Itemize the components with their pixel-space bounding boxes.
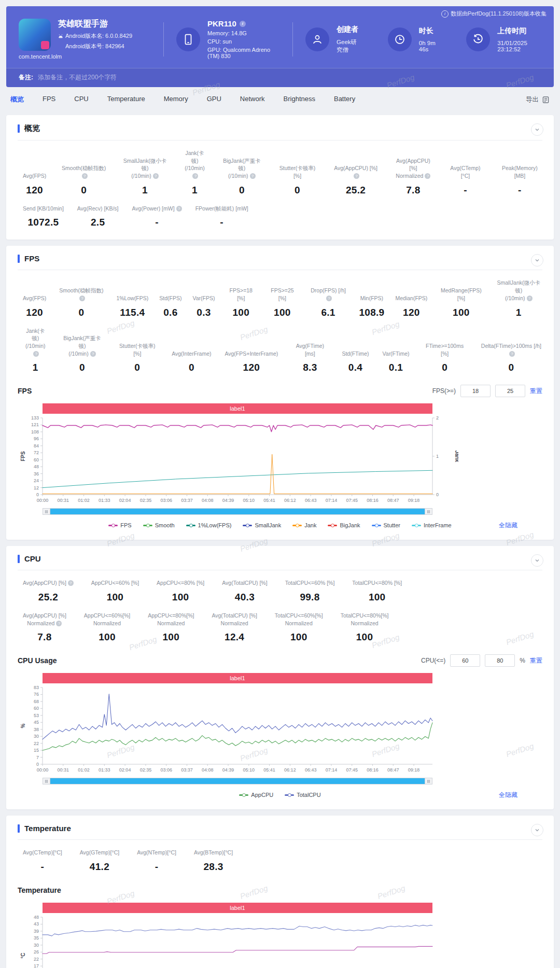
metric: TotalCPU<=60% [%]99.8	[285, 579, 335, 603]
metric-label: Avg(FPS)	[23, 294, 46, 302]
help-icon[interactable]: ?	[56, 621, 62, 626]
scrollbar-handle-left[interactable]	[43, 509, 50, 514]
svg-text:01:02: 01:02	[78, 498, 90, 503]
hide-all-link[interactable]: 全隐藏	[499, 521, 517, 530]
help-icon[interactable]: ?	[82, 173, 88, 179]
legend-item-1%Low(FPS)[interactable]: 1%Low(FPS)	[186, 522, 232, 528]
metric-label: Jank(卡顿) (/10min)?	[182, 149, 207, 180]
tab-CPU[interactable]: CPU	[74, 95, 88, 104]
fps-chart-scrollbar[interactable]	[43, 508, 432, 515]
hide-all-link[interactable]: 全隐藏	[499, 791, 517, 799]
metric: Peak(Memory) [MB]-	[497, 164, 542, 195]
legend-label: Stutter	[384, 522, 400, 528]
collect-note: i 数据由PerfDog(11.1.250108)版本收集	[441, 10, 547, 18]
metric: MedRange(FPS)[%]100	[438, 287, 484, 318]
help-icon[interactable]: ?	[509, 351, 515, 357]
reset-button[interactable]: 重置	[530, 387, 542, 396]
help-icon[interactable]: ?	[326, 296, 332, 301]
svg-text:06:12: 06:12	[284, 767, 296, 773]
metric-label: Avg(NTemp)[°C]	[137, 849, 176, 857]
svg-text:08:16: 08:16	[367, 498, 379, 503]
tab-Brightness[interactable]: Brightness	[284, 95, 315, 104]
metric-value: 108.9	[359, 307, 384, 318]
help-icon[interactable]: ?	[527, 296, 533, 301]
legend-item-Jank[interactable]: Jank	[292, 522, 316, 528]
metric: Min(FPS)108.9	[359, 294, 384, 318]
legend-item-Stutter[interactable]: Stutter	[372, 522, 400, 528]
svg-text:22: 22	[34, 741, 39, 746]
scrollbar-handle-left[interactable]	[43, 778, 50, 784]
tab-FPS[interactable]: FPS	[43, 95, 55, 104]
svg-text:02:04: 02:04	[119, 498, 131, 503]
metric-label: Avg(TotalCPU) [%]	[222, 579, 267, 587]
svg-text:60: 60	[34, 706, 39, 711]
tab-Memory[interactable]: Memory	[164, 95, 188, 104]
tab-概览[interactable]: 概览	[10, 95, 24, 104]
legend-item-SmallJank[interactable]: SmallJank	[243, 522, 281, 528]
svg-text:1: 1	[436, 454, 439, 459]
legend-item-TotalCPU[interactable]: TotalCPU	[285, 792, 320, 798]
collapse-button[interactable]	[531, 554, 543, 567]
overview-metrics-row-1: Avg(FPS)120Smooth(稳帧指数)?0SmallJank(微小卡顿)…	[18, 142, 542, 197]
help-icon[interactable]: ?	[250, 173, 256, 179]
metric-label: Smooth(稳帧指数)?	[57, 287, 105, 302]
filter-input-1[interactable]	[450, 654, 480, 667]
scrollbar-handle-right[interactable]	[425, 778, 432, 784]
collapse-button[interactable]	[531, 123, 543, 136]
export-button[interactable]: 导出	[526, 95, 550, 104]
collapse-button[interactable]	[531, 824, 543, 836]
svg-text:08:47: 08:47	[387, 767, 399, 773]
device-info-icon[interactable]: i	[240, 21, 246, 27]
legend-item-InterFrame[interactable]: InterFrame	[412, 522, 452, 528]
help-icon[interactable]: ?	[68, 580, 74, 586]
metric-value: 100	[267, 307, 298, 318]
metric-label: TotalCPU<=80%[%] Normalized	[341, 612, 389, 627]
scrollbar-track[interactable]	[50, 509, 425, 514]
legend-item-AppCPU[interactable]: AppCPU	[239, 792, 273, 798]
metric: Avg(CTemp)[°C]-	[23, 849, 62, 873]
svg-text:05:41: 05:41	[263, 767, 275, 773]
filter-input-2[interactable]	[485, 654, 515, 667]
tab-GPU[interactable]: GPU	[207, 95, 221, 104]
metric: FPower(帧能耗) [mW]-	[195, 205, 248, 229]
metric-label: Median(FPS)	[395, 294, 427, 302]
help-icon[interactable]: ?	[153, 173, 159, 179]
tab-Network[interactable]: Network	[240, 95, 265, 104]
cpu-chart-scrollbar[interactable]	[43, 778, 432, 784]
metric: Jank(卡顿) (/10min)?1	[23, 327, 48, 374]
svg-text:48: 48	[34, 915, 39, 920]
help-icon[interactable]: ?	[79, 296, 85, 301]
metric: Var(FPS)0.3	[192, 294, 215, 318]
help-icon[interactable]: ?	[176, 206, 182, 212]
help-icon[interactable]: ?	[354, 173, 359, 179]
scrollbar-track[interactable]	[50, 778, 425, 784]
help-icon[interactable]: ?	[90, 351, 96, 357]
svg-text:83: 83	[34, 685, 39, 690]
legend-item-BigJank[interactable]: BigJank	[328, 522, 360, 528]
metric: AppCPU<=80%[%] Normalized100	[148, 612, 194, 643]
help-icon[interactable]: ?	[192, 173, 198, 179]
metric-value: 1072.5	[23, 217, 64, 228]
legend-item-FPS[interactable]: FPS	[108, 522, 131, 528]
legend-item-Smooth[interactable]: Smooth	[143, 522, 175, 528]
tab-Battery[interactable]: Battery	[334, 95, 355, 104]
metric-label: Stutter(卡顿率) [%]	[276, 164, 319, 179]
filter-input-2[interactable]	[495, 385, 525, 397]
remark-input[interactable]: 备注: 添加备注，不超过200个字符	[6, 68, 554, 87]
svg-text:03:06: 03:06	[160, 767, 172, 773]
svg-text:12: 12	[34, 485, 39, 490]
scrollbar-handle-right[interactable]	[425, 509, 432, 514]
section-accent-bar	[18, 124, 20, 133]
reset-button[interactable]: 重置	[530, 656, 542, 665]
metric: Avg(Power) [mW]?-	[132, 205, 182, 229]
filter-input-1[interactable]	[460, 385, 491, 397]
divider	[18, 839, 542, 840]
tab-Temperature[interactable]: Temperature	[107, 95, 145, 104]
metric-value: 0	[60, 185, 108, 196]
collapse-button[interactable]	[531, 254, 543, 266]
metric-value: 100	[352, 592, 402, 603]
svg-text:02:04: 02:04	[119, 767, 131, 773]
help-icon[interactable]: ?	[425, 173, 430, 179]
help-icon[interactable]: ?	[33, 351, 39, 357]
svg-text:00:00: 00:00	[37, 767, 49, 773]
